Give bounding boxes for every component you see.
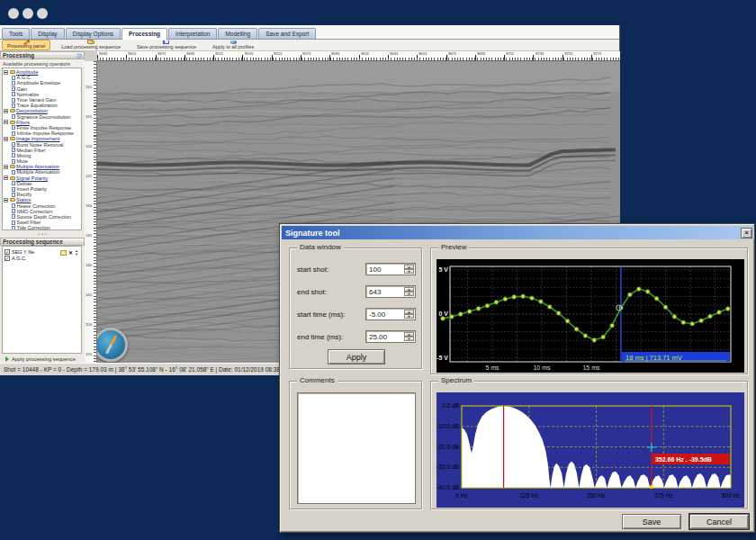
svg-text:250 Hz: 250 Hz [587,492,606,499]
play-icon [5,356,9,362]
dialog-title-bar[interactable]: Signature tool × [282,226,754,239]
shot-ruler-label: 9711 [506,51,514,56]
edit-sequence-icon[interactable] [60,250,67,256]
window-control-dot[interactable] [8,8,19,19]
tab-save-and-export[interactable]: Save and Export [258,28,316,39]
tab-tools[interactable]: Tools [2,28,30,39]
spectrum-plot[interactable]: 0.0 dB-10.0 dB-20.0 dB-30.0 dB-40.0 dB0 … [436,392,744,508]
collapse-icon[interactable] [4,165,8,169]
window-control-dot[interactable] [37,8,48,19]
operator-icon [12,125,15,130]
spin-down-icon[interactable]: ▼ [404,269,414,274]
operator-icon [12,86,15,91]
tree-item-label: Mute [17,158,28,164]
collapse-icon[interactable] [4,120,8,124]
toolbar-load-processing-sequence-button[interactable]: Load processing sequence [56,40,126,50]
available-operators-label: Available processing operators [0,59,85,68]
shot-ruler-label: 9751 [564,51,572,56]
tree-folder-label: Image improvement [16,136,60,141]
reorder-down-icon[interactable]: ▼ [75,253,78,256]
shot-ruler-label: 9591 [331,51,339,56]
collapse-icon[interactable] [4,176,8,180]
tab-display-options[interactable]: Display Options [66,28,122,39]
start-time-input[interactable]: -5.00▲▼ [365,308,416,320]
tree-folder-label: Multiple Attenuation [16,164,59,169]
collapse-icon[interactable] [4,137,8,141]
tree-folder-label: Statics [16,197,32,202]
tree-item-infinite-impulse-response[interactable]: Infinite Impulse Response [12,130,81,136]
start-shot-input[interactable]: 100▲▼ [365,263,416,275]
window-control-dot[interactable] [22,8,33,19]
tree-item-tide-correction[interactable]: Tide Correction [12,225,81,230]
operator-icon [12,193,15,197]
tree-item-label: Finite Impulse Response [17,125,72,130]
shot-ruler-label: 9531 [245,51,253,56]
toolbar-processing-panel-button[interactable]: Processing panel [2,40,50,50]
shot-ruler-label: 9611 [361,51,369,56]
spin-down-icon[interactable]: ▼ [404,314,414,319]
tree-item-label: Gain [17,86,28,92]
comments-textarea[interactable] [297,392,416,504]
tree-item-label: A.G.C. [17,75,32,80]
tree-item-finite-impulse-response[interactable]: Finite Impulse Response [12,125,81,130]
collapse-icon[interactable] [4,198,8,202]
tab-display[interactable]: Display [31,28,64,39]
toolbar-save-processing-sequence-button[interactable]: Save processing sequence [131,40,202,50]
tree-folder-label: Amplitude [16,69,38,75]
tab-interpretation[interactable]: Interpretation [168,28,217,39]
apply-button[interactable]: Apply [328,349,385,364]
sequence-item-label: A.G.C. [12,256,27,261]
sequence-item-label: SEG Y file [12,249,34,255]
tree-item-label: Burst Noise Removal [17,142,64,148]
spectrum-plot-container[interactable]: 0.0 dB-10.0 dB-20.0 dB-30.0 dB-40.0 dB0 … [436,392,744,508]
apply-processing-sequence-button[interactable]: Apply processing sequence [5,356,76,362]
tree-item-label: Normalize [17,92,40,97]
close-icon[interactable]: × [741,228,752,238]
preview-legend: Preview [438,243,469,251]
end-shot-input[interactable]: 643▲▼ [365,285,416,298]
svg-text:5 V: 5 V [438,266,448,273]
shot-ruler-label: 9691 [477,51,485,56]
operator-icon [12,131,15,136]
end-time-input[interactable]: 25.00▲▼ [365,330,416,343]
save-button[interactable]: Save [622,514,681,529]
remove-sequence-icon[interactable]: ✕ [68,250,73,256]
sequence-item-a-g-c[interactable]: ✓A.G.C. [4,255,79,261]
collapse-icon[interactable] [4,70,8,75]
collapse-icon[interactable] [4,109,8,113]
globe-icon [230,40,237,44]
operator-icon [12,148,15,152]
folder-icon [10,121,15,124]
apply-processing-sequence-label: Apply processing sequence [12,356,76,362]
operator-icon [12,187,15,192]
operator-icon [12,114,15,119]
preview-plot[interactable]: 5 V0 V-5 V5 ms10 ms15 ms18 ms | 713.71 m… [436,259,744,373]
tree-item-label: Heave Correction [17,203,56,209]
tree-item-source-depth-correction[interactable]: Source Depth Correction [12,214,81,220]
spin-down-icon[interactable]: ▼ [404,292,414,296]
preview-plot-container[interactable]: 5 V0 V-5 V5 ms10 ms15 ms18 ms | 713.71 m… [436,259,744,373]
depth-ruler-label: 150 [86,322,92,327]
shot-ruler-label: 9771 [593,51,601,56]
folder-icon [10,176,15,180]
end-shot-value: 643 [369,288,381,296]
toolbar-apply-to-all-profiles-button[interactable]: Apply to all profiles [207,40,259,50]
tree-item-label: Amplitude Envelope [17,80,61,86]
cancel-button[interactable]: Cancel [689,514,749,529]
depth-ruler-label: 125 [86,174,92,178]
depth-ruler: 110115120125130135140145150155 [85,61,97,363]
checkbox[interactable]: ✓ [4,256,10,261]
tab-modelling[interactable]: Modelling [218,28,257,39]
shot-ruler-label: 9631 [390,51,398,56]
panel-collapse-icon[interactable] [76,53,82,58]
panel-splitter[interactable]: • • • [0,231,85,237]
tab-processing[interactable]: Processing [122,28,167,40]
depth-ruler-label: 115 [86,114,92,119]
processing-sequence-list: ✕ ▲▼ ✓SEG Y file✓A.G.C. [2,246,82,354]
tree-item-label: Swell Filter [17,220,41,225]
tree-item-label: NMO Correction [17,209,53,214]
depth-ruler-label: 140 [86,263,92,267]
spin-down-icon[interactable]: ▼ [404,337,414,341]
operator-icon [12,214,15,219]
checkbox[interactable]: ✓ [4,249,10,255]
